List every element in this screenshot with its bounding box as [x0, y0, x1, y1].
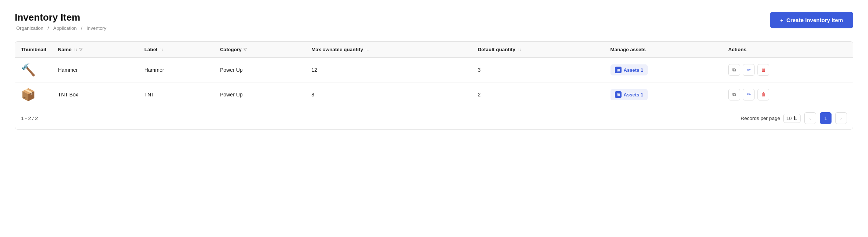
cell-thumbnail-0: 🔨: [15, 58, 52, 82]
category-filter-icon[interactable]: ▽: [244, 47, 246, 52]
breadcrumb-inventory: Inventory: [87, 25, 106, 31]
edit-button-0[interactable]: ✏: [743, 64, 755, 76]
col-category: Category ▽: [214, 42, 305, 58]
delete-button-0[interactable]: 🗑: [757, 64, 769, 76]
cell-max-qty-0: 12: [305, 58, 472, 82]
inventory-table-wrapper: Thumbnail Name ↑↓ ▽ Label ↑↓: [15, 41, 853, 130]
copy-button-0[interactable]: ⧉: [728, 64, 740, 76]
thumbnail-emoji-1: 📦: [21, 88, 36, 101]
copy-button-1[interactable]: ⧉: [728, 89, 740, 100]
assets-label-0: Assets 1: [624, 67, 643, 73]
col-label: Label ↑↓: [139, 42, 214, 58]
plus-icon: +: [780, 17, 784, 23]
breadcrumb: Organization / Application / Inventory: [15, 25, 108, 31]
pagination-controls: Records per page 10 ⇅ ‹ 1 ›: [741, 112, 847, 124]
cell-default-qty-0: 3: [472, 58, 605, 82]
per-page-value: 10: [787, 116, 792, 121]
col-actions: Actions: [722, 42, 853, 58]
prev-page-button[interactable]: ‹: [804, 112, 816, 124]
records-per-page-label: Records per page: [741, 116, 780, 121]
table-footer: 1 - 2 / 2 Records per page 10 ⇅ ‹ 1 ›: [15, 107, 853, 129]
page-header: Inventory Item Organization / Applicatio…: [15, 12, 853, 31]
edit-button-1[interactable]: ✏: [743, 89, 755, 100]
col-default-qty: Default quantity ↑↓: [472, 42, 605, 58]
create-inventory-item-button[interactable]: + Create Inventory Item: [770, 12, 853, 28]
col-max-ownable: Max ownable quantity ↑↓: [305, 42, 472, 58]
cell-name-0: Hammer: [52, 58, 138, 82]
name-sort-icon[interactable]: ↑↓: [73, 47, 77, 52]
per-page-select[interactable]: 10 ⇅: [783, 114, 801, 123]
assets-button-1[interactable]: ⊞ Assets 1: [610, 89, 648, 100]
table-row: 🔨 Hammer Hammer Power Up 12 3 ⊞ Assets 1…: [15, 58, 853, 82]
cell-assets-0: ⊞ Assets 1: [605, 58, 722, 82]
cell-category-1: Power Up: [214, 82, 305, 107]
inventory-table: Thumbnail Name ↑↓ ▽ Label ↑↓: [15, 42, 853, 107]
breadcrumb-org: Organization: [16, 25, 43, 31]
assets-icon-0: ⊞: [615, 67, 622, 73]
table-header-row: Thumbnail Name ↑↓ ▽ Label ↑↓: [15, 42, 853, 58]
page-1-button[interactable]: 1: [820, 112, 832, 124]
col-manage-assets: Manage assets: [605, 42, 722, 58]
record-range: 1 - 2 / 2: [21, 116, 38, 121]
breadcrumb-app: Application: [53, 25, 77, 31]
cell-actions-0: ⧉ ✏ 🗑: [722, 58, 853, 82]
assets-icon-1: ⊞: [615, 91, 622, 98]
cell-label-0: Hammer: [139, 58, 214, 82]
page: Inventory Item Organization / Applicatio…: [0, 0, 868, 138]
next-page-button[interactable]: ›: [835, 112, 847, 124]
cell-assets-1: ⊞ Assets 1: [605, 82, 722, 107]
thumbnail-emoji-0: 🔨: [21, 63, 36, 77]
cell-actions-1: ⧉ ✏ 🗑: [722, 82, 853, 107]
table-row: 📦 TNT Box TNT Power Up 8 2 ⊞ Assets 1 ⧉ …: [15, 82, 853, 107]
cell-label-1: TNT: [139, 82, 214, 107]
per-page-chevron-icon: ⇅: [793, 116, 797, 121]
records-per-page-container: Records per page 10 ⇅: [741, 114, 801, 123]
assets-label-1: Assets 1: [624, 92, 643, 98]
cell-category-0: Power Up: [214, 58, 305, 82]
name-filter-icon[interactable]: ▽: [79, 47, 82, 52]
assets-button-0[interactable]: ⊞ Assets 1: [610, 64, 648, 75]
cell-name-1: TNT Box: [52, 82, 138, 107]
delete-button-1[interactable]: 🗑: [757, 89, 769, 100]
col-name: Name ↑↓ ▽: [52, 42, 138, 58]
max-ownable-sort-icon[interactable]: ↑↓: [365, 47, 369, 52]
cell-default-qty-1: 2: [472, 82, 605, 107]
default-qty-sort-icon[interactable]: ↑↓: [517, 47, 521, 52]
header-left: Inventory Item Organization / Applicatio…: [15, 12, 108, 31]
page-title: Inventory Item: [15, 12, 108, 23]
col-thumbnail: Thumbnail: [15, 42, 52, 58]
label-sort-icon[interactable]: ↑↓: [159, 47, 163, 52]
cell-thumbnail-1: 📦: [15, 82, 52, 107]
cell-max-qty-1: 8: [305, 82, 472, 107]
